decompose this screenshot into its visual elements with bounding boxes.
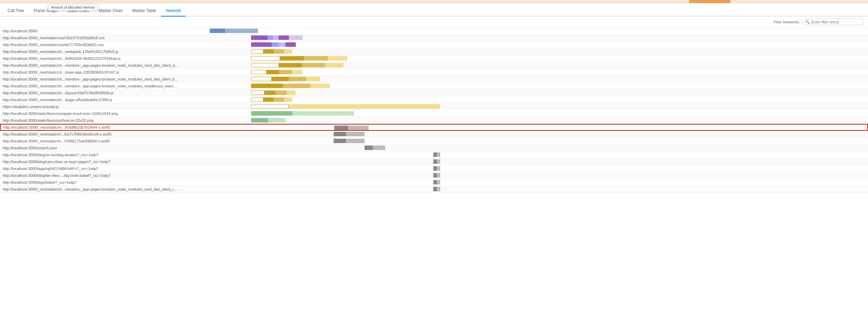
bar-segment <box>292 70 302 74</box>
bar-segment <box>310 84 330 88</box>
bar-container <box>251 56 347 61</box>
bar-segment <box>280 56 304 61</box>
bar-segment <box>302 63 325 67</box>
table-row[interactable]: https://analytics.umami.is/script.js <box>0 103 868 110</box>
bar-segment <box>328 56 347 61</box>
tab-tooltip: Amount of allocated memory <box>48 4 98 11</box>
tab-call-tree[interactable]: Call Tree <box>3 6 29 17</box>
tab-marker-chart[interactable]: Marker Chart <box>94 6 128 17</box>
table-row[interactable]: http://localhost:3000/tags/babel?_rsc=1w… <box>0 179 868 186</box>
bar-segment <box>251 70 267 74</box>
table-row[interactable]: http://localhost:3000/blog/cam-nhan-xe-b… <box>0 158 868 165</box>
table-row[interactable]: http://localhost:3000/blog/ve-bootleg-be… <box>0 151 868 158</box>
bar-area <box>179 48 868 55</box>
bar-segment <box>306 77 320 81</box>
bar-segment <box>251 49 263 54</box>
bar-segment <box>267 70 279 74</box>
bar-container <box>433 152 440 157</box>
bar-container <box>251 70 302 74</box>
bar-area <box>179 76 868 82</box>
tab-marker-table[interactable]: Marker Table <box>128 6 161 17</box>
bar-segment <box>437 187 440 191</box>
table-row[interactable]: http://localhost:3000/_next/static/m.../… <box>0 124 868 131</box>
bar-segment <box>433 187 437 191</box>
table-row[interactable]: http://localhost:3000/_next/static/ch...… <box>0 83 868 89</box>
bar-segment <box>286 90 295 95</box>
bar-segment <box>272 77 289 81</box>
table-row[interactable]: http://localhost:3000/_next/static/ch...… <box>0 89 868 96</box>
bar-segment <box>437 173 440 178</box>
bar-container <box>285 42 296 47</box>
table-row[interactable]: http://localhost:3000/_next/static/ch...… <box>0 48 868 55</box>
network-url: http://localhost:3000/_next/static/css/d… <box>0 43 179 47</box>
bar-segment <box>268 118 285 122</box>
bar-segment <box>433 180 437 184</box>
network-url: http://localhost:3000/_next/static/m.../… <box>0 139 179 143</box>
network-url: http://localhost:3000/blog/ve-bootleg-be… <box>0 153 179 157</box>
table-row[interactable]: http://localhost:3000/ <box>0 28 868 34</box>
bar-segment <box>289 35 303 40</box>
table-row[interactable]: http://localhost:3000/_next/static/css/d… <box>0 41 868 48</box>
network-url: http://localhost:3000/search.json <box>0 146 179 150</box>
bar-area <box>179 34 868 41</box>
bar-container <box>334 132 365 136</box>
table-row[interactable]: http://localhost:3000/blog/tim-hieu-.../… <box>0 172 868 179</box>
table-row[interactable]: http://localhost:3000/_next/static/ch...… <box>0 76 868 83</box>
table-row[interactable]: http://localhost:3000/search.json <box>0 145 868 151</box>
bar-segment <box>251 90 264 95</box>
network-url: http://localhost:3000/tags/babel?_rsc=1w… <box>0 180 179 184</box>
bar-area <box>180 125 867 130</box>
bar-container <box>251 111 354 116</box>
bar-area <box>179 62 868 68</box>
table-row[interactable]: http://localhost:3000/_next/static/ch...… <box>0 55 868 62</box>
bar-container <box>251 63 344 67</box>
table-row[interactable]: http://localhost:3000/_next/static/m.../… <box>0 138 868 145</box>
bar-segment <box>334 132 346 136</box>
table-row[interactable]: http://localhost:3000/static/favicons/ap… <box>0 110 868 117</box>
bar-segment <box>348 126 369 130</box>
table-row[interactable]: http://localhost:3000/static/favicons/fa… <box>0 117 868 124</box>
bar-segment <box>437 180 440 184</box>
network-url: http://localhost:3000/_next/static/ch...… <box>0 50 179 54</box>
bar-segment <box>433 152 437 157</box>
bar-area <box>179 69 868 75</box>
table-row[interactable]: http://localhost:3000/_next/static/ch...… <box>0 96 868 103</box>
bar-segment <box>284 97 292 102</box>
bar-segment <box>273 35 279 40</box>
bar-segment <box>263 49 274 54</box>
bar-segment <box>251 104 289 109</box>
bar-container <box>289 35 303 40</box>
bar-segment <box>251 111 292 116</box>
table-row[interactable]: http://localhost:3000/_next/static/css/c… <box>0 34 868 41</box>
table-row[interactable]: http://localhost:3000/_next/static/ch...… <box>0 62 868 69</box>
table-row[interactable]: http://localhost:3000/tags/ng%E1%BA%AFn?… <box>0 165 868 172</box>
bar-segment <box>433 159 437 164</box>
bar-container <box>365 146 385 150</box>
bar-segment <box>251 56 280 61</box>
network-url: http://localhost:3000/_next/static/ch...… <box>0 56 179 61</box>
bar-container <box>251 90 295 95</box>
network-url: http://localhost:3000/blog/cam-nhan-xe-b… <box>0 160 179 164</box>
table-row[interactable]: http://localhost:3000/_next/static/ch...… <box>0 69 868 76</box>
table-row[interactable]: http://localhost:3000/_next/static/ch...… <box>0 186 868 193</box>
table-row[interactable]: http://localhost:3000/_next/static/m.../… <box>0 131 868 138</box>
filter-input[interactable] <box>811 20 861 24</box>
bar-segment <box>279 42 285 47</box>
bar-segment <box>251 35 268 40</box>
bar-area <box>179 165 868 172</box>
network-url: http://localhost:3000/blog/tim-hieu-.../… <box>0 173 179 178</box>
bar-area <box>179 83 868 89</box>
bar-container <box>433 166 440 171</box>
tab-network[interactable]: Network <box>161 6 186 17</box>
bar-segment <box>346 132 365 136</box>
bar-segment <box>284 49 292 54</box>
network-list: http://localhost:3000/http://localhost:3… <box>0 28 868 320</box>
bar-segment <box>365 146 373 150</box>
network-url: http://localhost:3000/static/favicons/fa… <box>0 118 179 122</box>
network-url: http://localhost:3000/_next/static/ch...… <box>0 98 179 102</box>
bar-segment <box>225 29 237 33</box>
bar-segment <box>251 77 272 81</box>
bar-segment <box>373 146 385 150</box>
bar-segment <box>283 84 310 88</box>
bar-container <box>251 97 292 102</box>
